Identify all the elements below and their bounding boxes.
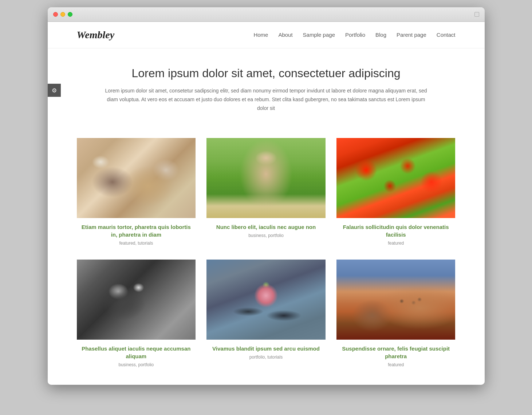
posts-grid: Etiam mauris tortor, pharetra quis lobor… [48,127,485,385]
post-image-2 [206,138,326,218]
minimize-button[interactable] [60,12,65,17]
nav-link-home[interactable]: Home [253,32,268,38]
post-tags-4: business, portfolio [78,362,194,367]
expand-button[interactable] [474,12,479,17]
post-image-6 [336,260,456,340]
gear-sidebar-button[interactable]: ⚙ [48,84,61,97]
post-tags-3: featured [338,241,454,246]
post-title-4: Phasellus aliquet iaculis neque accumsan… [78,345,194,360]
nav-link-blog[interactable]: Blog [375,32,386,38]
browser-dots [53,12,72,17]
post-card-4[interactable]: Phasellus aliquet iaculis neque accumsan… [77,260,196,370]
post-image-5 [206,260,326,340]
post-title-6: Suspendisse ornare, felis feugiat suscip… [338,345,454,360]
nav-link-about[interactable]: About [278,32,292,38]
nav-link-sample-page[interactable]: Sample page [303,32,335,38]
gear-icon: ⚙ [52,87,57,94]
post-card-2[interactable]: Nunc libero elit, iaculis nec augue nonb… [206,138,326,249]
site-logo: Wembley [77,29,115,41]
post-title-2: Nunc libero elit, iaculis nec augue non [208,223,324,231]
nav-link-parent-page[interactable]: Parent page [397,32,426,38]
post-tags-2: business, portfolio [208,233,324,238]
site-header: Wembley HomeAboutSample pagePortfolioBlo… [48,22,485,48]
post-tags-1: featured, tutorials [78,241,194,246]
post-title-3: Falauris sollicitudin quis dolor venenat… [338,223,454,238]
post-card-1[interactable]: Etiam mauris tortor, pharetra quis lobor… [77,138,196,249]
nav-link-portfolio[interactable]: Portfolio [345,32,365,38]
hero-text: Lorem ipsum dolor sit amet, consetetur s… [102,87,430,112]
post-card-3[interactable]: Falauris sollicitudin quis dolor venenat… [336,138,456,249]
post-image-4 [77,260,196,340]
hero-section: Lorem ipsum dolor sit amet, consectetuer… [48,48,485,127]
post-card-6[interactable]: Suspendisse ornare, felis feugiat suscip… [336,260,456,370]
post-tags-6: featured [338,362,454,367]
browser-window: ⚙ Wembley HomeAboutSample pagePortfolioB… [48,7,485,385]
post-tags-5: portfolio, tutorials [208,355,324,360]
nav-link-contact[interactable]: Contact [437,32,456,38]
browser-content: ⚙ Wembley HomeAboutSample pagePortfolioB… [48,22,485,385]
maximize-button[interactable] [68,12,72,17]
post-image-1 [77,138,196,218]
hero-title: Lorem ipsum dolor sit amet, consectetuer… [91,67,441,80]
post-title-1: Etiam mauris tortor, pharetra quis lobor… [78,223,194,238]
post-card-5[interactable]: Vivamus blandit ipsum sed arcu euismodpo… [206,260,326,370]
site-nav: HomeAboutSample pagePortfolioBlogParent … [253,32,455,38]
post-title-5: Vivamus blandit ipsum sed arcu euismod [208,345,324,352]
post-image-3 [336,138,456,218]
close-button[interactable] [53,12,58,17]
browser-titlebar [48,7,485,22]
